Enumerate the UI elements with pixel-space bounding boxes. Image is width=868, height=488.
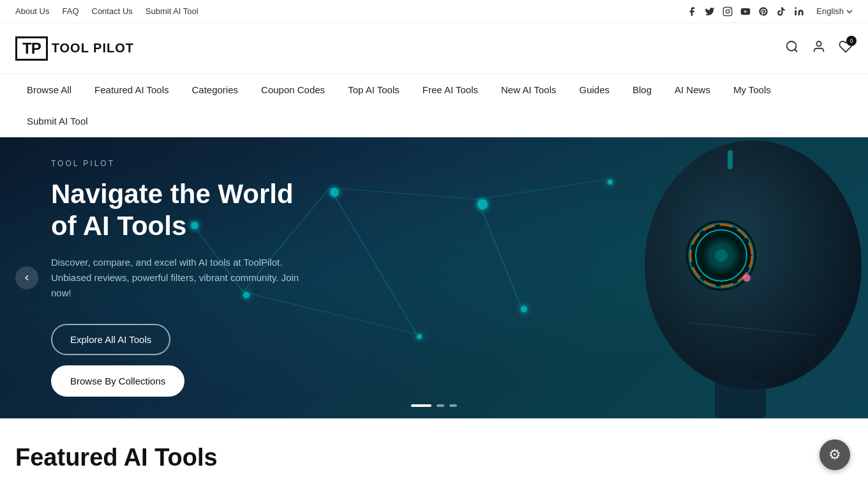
svg-point-2 [730,9,731,10]
svg-point-1 [726,10,730,13]
main-nav: Browse All Featured AI Tools Categories … [0,74,868,137]
youtube-icon[interactable] [740,6,751,17]
twitter-icon[interactable] [704,6,715,17]
svg-rect-24 [728,150,733,169]
hero-label: TOOL PILOT [51,159,306,168]
svg-point-4 [795,7,797,9]
indicator-2[interactable] [437,404,444,407]
hero-robot-visual [391,137,868,418]
svg-rect-0 [724,7,732,15]
tiktok-icon[interactable] [775,6,787,17]
top-bar: About Us FAQ Contact Us Submit AI Tool [0,0,868,23]
browse-collections-button[interactable]: Browse By Collections [51,365,184,397]
nav-categories[interactable]: Categories [181,74,250,105]
logo-tp: TP [22,41,41,56]
hero-content: TOOL PILOT Navigate the World of AI Tool… [0,159,357,397]
social-icons [686,6,805,17]
faq-link[interactable]: FAQ [62,6,79,16]
logo[interactable]: TP TOOL PILOT [15,36,134,61]
nav-guides[interactable]: Guides [567,74,621,105]
header-actions: 0 [785,40,853,57]
nav-featured-ai-tools[interactable]: Featured AI Tools [83,74,180,105]
nav-my-tools[interactable]: My Tools [722,74,782,105]
pinterest-icon[interactable] [758,6,769,17]
svg-line-6 [795,49,797,52]
facebook-icon[interactable] [686,6,698,17]
linkedin-icon[interactable] [793,6,805,17]
hero-description: Discover, compare, and excel with AI too… [51,255,306,301]
settings-icon: ⚙ [828,446,841,463]
language-selector[interactable]: English [816,6,853,16]
indicator-1[interactable] [411,404,431,407]
language-label: English [816,6,844,16]
svg-point-21 [715,249,728,262]
explore-all-button[interactable]: Explore All AI Tools [51,324,170,355]
nav-top-ai-tools[interactable]: Top AI Tools [336,74,411,105]
svg-rect-25 [715,380,766,418]
nav-free-ai-tools[interactable]: Free AI Tools [411,74,490,105]
svg-point-23 [743,274,751,282]
top-bar-links: About Us FAQ Contact Us Submit AI Tool [15,6,198,16]
about-us-link[interactable]: About Us [15,6,49,16]
nav-coupon-codes[interactable]: Coupon Codes [250,74,336,105]
hero-title: Navigate the World of AI Tools [51,178,306,243]
featured-title: Featured AI Tools [0,418,868,471]
cart-badge: 0 [846,36,857,46]
wishlist-button[interactable]: 0 [839,40,853,57]
top-bar-right: English [686,6,853,17]
contact-us-link[interactable]: Contact Us [92,6,133,16]
nav-submit-ai-tool[interactable]: Submit AI Tool [15,105,100,137]
hero-indicators [411,404,457,407]
hero-prev-arrow[interactable] [15,266,38,289]
hero-section: TOOL PILOT Navigate the World of AI Tool… [0,137,868,418]
robot-svg [562,137,868,418]
instagram-icon[interactable] [722,6,733,17]
svg-point-7 [816,42,821,46]
nav-ai-news[interactable]: AI News [663,74,722,105]
nav-browse-all[interactable]: Browse All [15,74,83,105]
settings-fab[interactable]: ⚙ [819,439,850,470]
submit-ai-tool-link-top[interactable]: Submit AI Tool [146,6,198,16]
logo-wordmark: TOOL PILOT [52,41,134,56]
user-button[interactable] [812,40,826,57]
search-button[interactable] [785,40,799,57]
featured-section: Featured AI Tools [0,418,868,471]
nav-blog[interactable]: Blog [621,74,663,105]
indicator-3[interactable] [449,404,457,407]
svg-point-5 [787,42,797,51]
header: TP TOOL PILOT 0 [0,23,868,74]
hero-buttons: Explore All AI Tools Browse By Collectio… [51,324,306,397]
nav-new-ai-tools[interactable]: New AI Tools [490,74,567,105]
